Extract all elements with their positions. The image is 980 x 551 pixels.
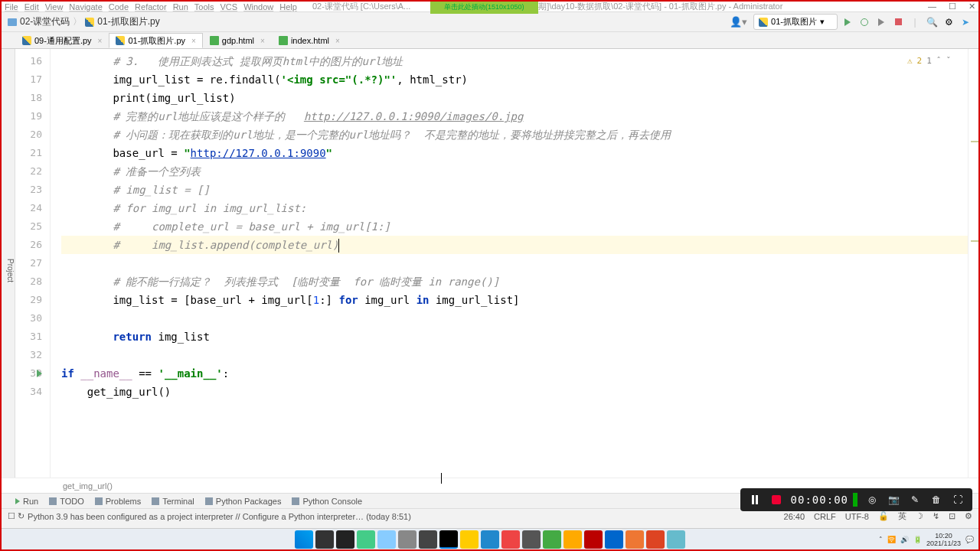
taskbar-app[interactable] [584, 530, 603, 549]
menu-bar[interactable]: FileEditViewNavigateCodeRefactorRunTools… [5, 2, 297, 11]
run-gutter-icon[interactable] [37, 370, 42, 377]
status-message[interactable]: Python 3.9 has been configured as a proj… [28, 512, 411, 521]
bottom-tab-todo[interactable]: TODO [49, 497, 84, 506]
chevron-down-icon[interactable]: ˇ [946, 52, 951, 70]
notifications-icon[interactable]: 💬 [965, 536, 974, 543]
bottom-tab-run[interactable]: Run [15, 497, 38, 506]
editor-tab[interactable]: 09-通用配置.py× [15, 33, 109, 48]
taskbar-app[interactable] [543, 530, 561, 549]
menu-tools[interactable]: Tools [194, 2, 214, 11]
taskbar-app[interactable] [377, 530, 396, 549]
forward-icon[interactable]: ➤ [959, 15, 972, 29]
breadcrumb-file[interactable]: 01-抓取图片.py [85, 15, 159, 28]
close-tab-icon[interactable]: × [335, 37, 340, 45]
system-tray[interactable]: ˄ 🛜 🔊 🔋 10:20 2021/11/23 💬 [879, 532, 974, 547]
line-number[interactable]: 23 [15, 181, 50, 199]
taskbar-app[interactable] [564, 530, 582, 549]
stop-button[interactable] [891, 15, 905, 29]
taskbar-app[interactable] [419, 530, 437, 549]
breadcrumb-folder[interactable]: 02-课堂代码 [8, 15, 70, 28]
readonly-icon[interactable]: 🔓 [878, 511, 889, 521]
taskbar-app[interactable] [667, 530, 685, 549]
user-icon[interactable]: 👤▾ [730, 16, 747, 28]
tray-battery-icon[interactable]: 🔋 [913, 536, 922, 543]
taskbar-app[interactable] [315, 530, 334, 549]
maximize-button[interactable]: ☐ [949, 2, 956, 11]
taskbar-app[interactable] [398, 530, 416, 549]
editor-tab[interactable]: 01-抓取图片.py× [109, 33, 202, 48]
line-separator[interactable]: CRLF [814, 512, 836, 521]
pause-button[interactable] [748, 493, 762, 507]
record-button[interactable] [769, 493, 783, 507]
start-button[interactable] [295, 530, 313, 549]
menu-refactor[interactable]: Refactor [135, 2, 167, 11]
zoom-icon[interactable]: ⊡ [949, 511, 956, 521]
line-number[interactable]: 19 [15, 107, 50, 126]
close-tab-icon[interactable]: × [98, 37, 103, 45]
target-icon[interactable]: ◎ [865, 493, 879, 507]
menu-edit[interactable]: Edit [24, 2, 39, 11]
tray-volume-icon[interactable]: 🔊 [900, 536, 909, 543]
bottom-tab-python-packages[interactable]: Python Packages [205, 497, 282, 506]
power-icon[interactable]: ↯ [933, 511, 939, 521]
search-icon[interactable]: 🔍 [925, 15, 939, 29]
taskbar-app[interactable] [646, 530, 665, 549]
fullscreen-icon[interactable]: ⛶ [951, 493, 965, 507]
editor-tab[interactable]: index.html× [272, 33, 347, 48]
ime-status[interactable]: 英 [898, 510, 906, 522]
taskbar-app[interactable] [481, 530, 499, 549]
tool-window-stripe-left[interactable]: ProjectStructureFavorites [2, 49, 15, 478]
error-stripe[interactable] [968, 49, 978, 478]
menu-file[interactable]: File [5, 2, 18, 11]
run-configuration-select[interactable]: 01-抓取图片 ▾ [753, 14, 838, 30]
close-tab-icon[interactable]: × [191, 37, 196, 45]
close-window-button[interactable]: ✕ [969, 2, 975, 11]
menu-vcs[interactable]: VCS [220, 2, 238, 11]
line-number[interactable]: 32 [15, 346, 50, 364]
line-number[interactable]: 29 [15, 291, 50, 309]
line-number[interactable]: 25 [15, 217, 50, 236]
chevron-up-icon[interactable]: ˆ [936, 52, 942, 70]
cursor-position[interactable]: 26:40 [784, 512, 805, 521]
editor-tab[interactable]: gdp.html× [203, 33, 272, 48]
line-number[interactable]: 16 [15, 52, 50, 70]
line-number[interactable]: 30 [15, 309, 50, 328]
line-number[interactable]: 33 [15, 364, 50, 383]
taskbar-app[interactable] [357, 530, 375, 549]
taskbar-app[interactable] [460, 530, 479, 549]
moon-icon[interactable]: ☽ [916, 511, 923, 521]
tray-chevron-icon[interactable]: ˄ [879, 536, 883, 543]
file-encoding[interactable]: UTF-8 [845, 512, 869, 521]
taskbar-app[interactable] [605, 530, 623, 549]
screen-recorder-panel[interactable]: 00:00:00 ◎ 📷 ✎ 🗑 ⛶ [740, 488, 972, 511]
close-tab-icon[interactable]: × [260, 37, 265, 45]
line-number[interactable]: 24 [15, 199, 50, 217]
run-more-button[interactable] [874, 15, 888, 29]
windows-taskbar[interactable]: ˄ 🛜 🔊 🔋 10:20 2021/11/23 💬 [2, 528, 978, 549]
line-number[interactable]: 27 [15, 254, 50, 272]
settings-icon[interactable]: ⚙ [942, 15, 956, 29]
line-number[interactable]: 18 [15, 89, 50, 107]
trash-icon[interactable]: 🗑 [929, 493, 943, 507]
pencil-icon[interactable]: ✎ [908, 493, 922, 507]
line-number[interactable]: 26 [15, 236, 50, 254]
tray-wifi-icon[interactable]: 🛜 [887, 536, 896, 543]
menu-code[interactable]: Code [109, 2, 129, 11]
camera-icon[interactable]: 📷 [887, 493, 900, 507]
line-number[interactable]: 34 [15, 383, 50, 401]
taskbar-app-active[interactable] [439, 530, 458, 549]
menu-help[interactable]: Help [279, 2, 297, 11]
menu-run[interactable]: Run [173, 2, 188, 11]
tool-stripe-project[interactable]: Project [6, 259, 15, 282]
bottom-tab-python-console[interactable]: Python Console [292, 497, 362, 506]
taskbar-app[interactable] [626, 530, 644, 549]
run-button[interactable] [841, 15, 854, 29]
line-number[interactable]: 28 [15, 272, 50, 291]
taskbar-app[interactable] [501, 530, 520, 549]
line-number[interactable]: 22 [15, 162, 50, 181]
menu-window[interactable]: Window [243, 2, 273, 11]
minimize-button[interactable]: — [928, 2, 936, 11]
line-number[interactable]: 17 [15, 70, 50, 89]
menu-view[interactable]: View [45, 2, 64, 11]
menu-navigate[interactable]: Navigate [69, 2, 102, 11]
